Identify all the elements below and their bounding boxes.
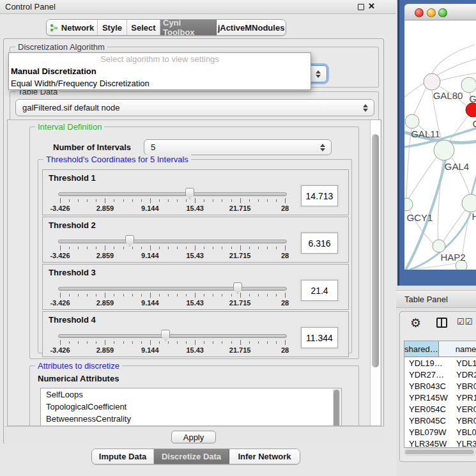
cell-shared-name[interactable]: YDL19… bbox=[404, 358, 452, 368]
column-header-shared-name[interactable]: shared… bbox=[404, 341, 439, 357]
cell-shared-name[interactable]: YER054C bbox=[404, 404, 452, 414]
network-edge[interactable] bbox=[408, 157, 437, 200]
slider-thumb[interactable] bbox=[233, 282, 242, 294]
slider-track[interactable] bbox=[58, 192, 287, 196]
cell-shared-name[interactable]: YBR045C bbox=[404, 416, 452, 426]
table-row[interactable]: YBL079WYBL0 bbox=[404, 426, 476, 438]
slider-track[interactable] bbox=[58, 240, 287, 243]
network-edge[interactable] bbox=[472, 171, 476, 194]
close-icon[interactable]: ✕ bbox=[368, 1, 375, 11]
node-red[interactable] bbox=[466, 103, 476, 117]
numerical-attributes-label: Numerical Attributes bbox=[38, 374, 119, 383]
tick-label: 28 bbox=[281, 204, 289, 212]
cell-shared-name[interactable]: YBR043C bbox=[404, 381, 452, 391]
popup-item-equal-width-frequency[interactable]: Equal Width/Frequency Discretization bbox=[9, 77, 311, 89]
node-pink[interactable] bbox=[424, 73, 440, 90]
close-traffic-light-icon[interactable] bbox=[415, 8, 424, 17]
slider-track[interactable] bbox=[58, 334, 287, 338]
slider-thumb[interactable] bbox=[161, 330, 170, 341]
settings-scrollbar-thumb[interactable] bbox=[372, 134, 379, 367]
table-row[interactable]: YPR145WYPR1 bbox=[404, 392, 476, 403]
node-top-right[interactable] bbox=[461, 77, 476, 93]
tab-select[interactable]: Select bbox=[127, 20, 160, 35]
tab-infer-network[interactable]: Infer Network bbox=[229, 449, 300, 464]
split-view-icon[interactable] bbox=[436, 318, 447, 328]
node-gal4[interactable] bbox=[434, 140, 454, 160]
node-gal11[interactable] bbox=[405, 114, 419, 128]
node-label-gcy1: GCY1 bbox=[407, 212, 433, 223]
tick-mark bbox=[285, 198, 286, 203]
network-edge[interactable] bbox=[432, 45, 475, 74]
cell-name[interactable]: YPR1 bbox=[452, 393, 476, 403]
tab-style[interactable]: Style bbox=[98, 20, 127, 35]
combo-arrows-icon bbox=[316, 70, 321, 78]
float-window-icon[interactable] bbox=[358, 4, 364, 10]
cell-shared-name[interactable]: YPR145W bbox=[404, 393, 452, 403]
network-canvas[interactable]: GAL80GACGAL11GAL4GCY1HHAP2 bbox=[404, 20, 476, 270]
node-label-hap2: HAP2 bbox=[440, 252, 465, 263]
cell-name[interactable]: YLR3 bbox=[452, 439, 476, 449]
column-header-name[interactable]: name bbox=[439, 341, 476, 357]
table-row[interactable]: YDL19…YDL1 bbox=[404, 357, 476, 369]
cell-name[interactable]: YDL1 bbox=[452, 358, 476, 368]
slider-track[interactable] bbox=[58, 287, 287, 291]
apply-button[interactable]: Apply bbox=[171, 431, 216, 443]
cell-name[interactable]: YBR0 bbox=[452, 381, 476, 391]
tab-network[interactable]: Network bbox=[47, 20, 98, 35]
node-hap2[interactable] bbox=[433, 240, 445, 252]
tick-mark bbox=[159, 341, 160, 344]
network-edge[interactable] bbox=[443, 210, 465, 242]
numerical-attributes-list[interactable]: SelfLoopsTopologicalCoefficientBetweenne… bbox=[40, 388, 342, 426]
attribute-list-item[interactable]: TopologicalCoefficient bbox=[41, 401, 341, 413]
tick-mark bbox=[96, 294, 96, 296]
tick-label: 9.144 bbox=[141, 204, 159, 212]
node-gcy1[interactable] bbox=[404, 198, 413, 211]
cell-name[interactable]: YDR2 bbox=[452, 370, 476, 380]
number-of-intervals-spinner[interactable]: 5 bbox=[144, 139, 332, 155]
tick-mark bbox=[276, 247, 277, 249]
network-edge[interactable] bbox=[413, 88, 426, 115]
network-edge[interactable] bbox=[448, 116, 468, 143]
cell-shared-name[interactable]: YDR27… bbox=[404, 370, 452, 380]
cell-shared-name[interactable]: YBL079W bbox=[404, 427, 452, 437]
cell-shared-name[interactable]: YLR345W bbox=[404, 439, 452, 449]
list-scrollbar[interactable] bbox=[333, 389, 341, 426]
gear-icon[interactable]: ⚙ bbox=[410, 316, 421, 330]
network-window-titlebar[interactable] bbox=[404, 4, 476, 20]
table-data-combo[interactable]: galFiltered.sif default node bbox=[15, 99, 374, 116]
checkbox-icons[interactable]: ☑☑ bbox=[457, 317, 473, 326]
tab-cyni-toolbox[interactable]: Cyni Toolbox bbox=[160, 20, 217, 35]
table-row[interactable]: YDR27…YDR2 bbox=[404, 369, 476, 380]
popup-item-manual-discretization[interactable]: Manual Discretization bbox=[9, 65, 311, 77]
table-row[interactable]: YBR045CYBR0 bbox=[404, 415, 476, 426]
cell-name[interactable]: YBR0 bbox=[452, 416, 476, 426]
slider-thumb[interactable] bbox=[185, 188, 194, 199]
cell-name[interactable]: YBL0 bbox=[452, 427, 476, 437]
minimize-traffic-light-icon[interactable] bbox=[427, 8, 436, 17]
threshold-2-slider[interactable]: -3.4262.8599.14415.4321.71528 bbox=[58, 235, 288, 261]
settings-scrollbar[interactable] bbox=[370, 120, 380, 426]
table-horizontal-scrollbar[interactable] bbox=[404, 449, 476, 456]
node-h[interactable] bbox=[462, 194, 476, 212]
attribute-list-item[interactable]: SelfLoops bbox=[41, 388, 341, 401]
threshold-2-value[interactable]: 6.316 bbox=[301, 233, 338, 254]
tick-mark bbox=[159, 294, 160, 296]
tick-mark bbox=[69, 341, 70, 344]
slider-thumb[interactable] bbox=[125, 235, 134, 247]
table-row[interactable]: YLR345WYLR3 bbox=[404, 438, 476, 448]
tab-impute-data[interactable]: Impute Data bbox=[92, 449, 154, 464]
threshold-3-value[interactable]: 21.4 bbox=[301, 280, 338, 301]
tab-discretize-data[interactable]: Discretize Data bbox=[154, 449, 229, 464]
threshold-4-value[interactable]: 11.344 bbox=[301, 327, 338, 348]
threshold-1-value[interactable]: 14.713 bbox=[301, 185, 338, 206]
zoom-traffic-light-icon[interactable] bbox=[438, 8, 447, 17]
threshold-4-slider[interactable]: -3.4262.8599.14415.4321.71528 bbox=[58, 330, 288, 355]
threshold-1-slider[interactable]: -3.4262.8599.14415.4321.71528 bbox=[58, 188, 288, 213]
tick-label: 28 bbox=[281, 299, 289, 307]
attribute-list-item[interactable]: BetweennessCentrality bbox=[41, 413, 341, 425]
threshold-3-slider[interactable]: -3.4262.8599.14415.4321.71528 bbox=[58, 282, 288, 308]
cell-name[interactable]: YER0 bbox=[452, 404, 476, 414]
tab-jactivemnodules[interactable]: jActiveMNodules bbox=[217, 20, 286, 35]
table-row[interactable]: YER054CYER0 bbox=[404, 403, 476, 415]
table-row[interactable]: YBR043CYBR0 bbox=[404, 380, 476, 392]
